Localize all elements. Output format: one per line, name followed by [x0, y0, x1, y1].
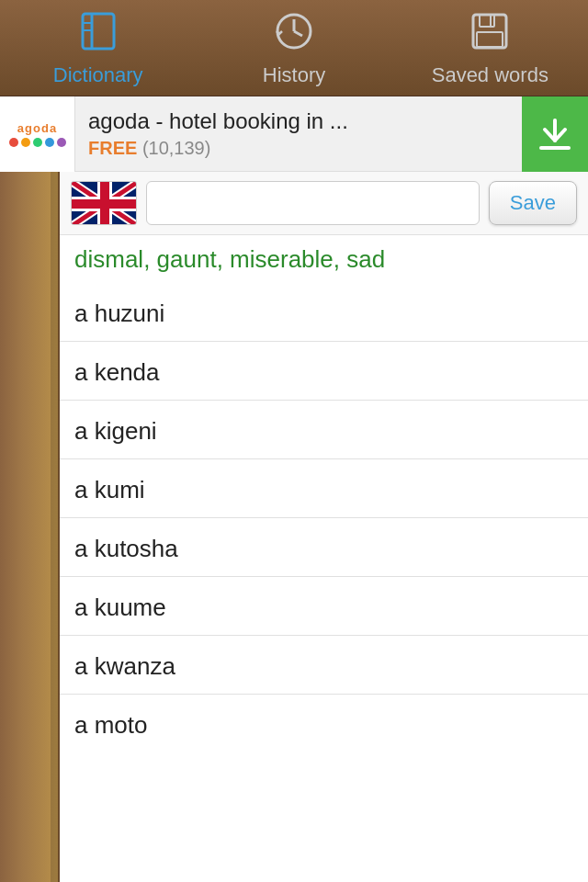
nav-saved-words[interactable]: Saved words [392, 0, 588, 96]
word-text: a kumi [74, 476, 145, 503]
word-text: a kigeni [74, 417, 157, 445]
sidebar [0, 172, 60, 882]
word-text: a moto [74, 711, 148, 739]
search-row: Save [60, 172, 588, 235]
ad-content: agoda - hotel booking in ... FREE (10,13… [75, 99, 522, 168]
list-item[interactable]: a kigeni [60, 401, 588, 459]
definition-text: dismal, gaunt, miserable, sad [60, 245, 385, 273]
list-item[interactable]: a kwanza [60, 636, 588, 695]
word-text: a kwanza [74, 652, 175, 680]
content-area: Save dismal, gaunt, miserable, sad a huz… [0, 172, 588, 882]
ad-banner[interactable]: agoda agoda - hotel booking in ... FREE … [0, 96, 588, 172]
word-list: a huzunia kendaa kigenia kumia kutoshaa … [60, 283, 588, 882]
word-text: a huzuni [74, 300, 164, 327]
nav-dictionary-label: Dictionary [53, 63, 143, 87]
ad-logo-dots [9, 138, 66, 147]
svg-rect-8 [480, 15, 494, 27]
ad-download-button[interactable] [522, 96, 588, 172]
floppy-icon [467, 8, 513, 58]
ad-title: agoda - hotel booking in ... [88, 108, 509, 134]
ad-rating: (10,139) [142, 138, 211, 158]
word-text: a kutosha [74, 535, 178, 562]
list-item[interactable]: a kumi [60, 459, 588, 518]
ad-logo: agoda [0, 96, 75, 172]
svg-rect-9 [477, 32, 503, 47]
list-item[interactable]: a huzuni [60, 283, 588, 342]
list-item[interactable]: a kuume [60, 577, 588, 636]
definition-area: dismal, gaunt, miserable, sad [60, 235, 588, 283]
nav-dictionary[interactable]: Dictionary [0, 0, 196, 96]
word-text: a kenda [74, 358, 160, 386]
search-input[interactable] [146, 181, 480, 225]
ad-subtitle: FREE (10,139) [88, 138, 509, 159]
nav-history[interactable]: History [196, 0, 391, 96]
nav-history-label: History [263, 63, 325, 87]
svg-rect-21 [72, 199, 137, 209]
nav-bar: Dictionary History Saved words [0, 0, 588, 96]
svg-line-6 [294, 31, 302, 36]
list-item[interactable]: a kutosha [60, 518, 588, 577]
list-item[interactable]: a kenda [60, 342, 588, 401]
word-text: a kuume [74, 594, 166, 621]
ad-free-label: FREE [88, 138, 137, 158]
nav-saved-words-label: Saved words [432, 63, 548, 87]
book-icon [75, 8, 121, 58]
download-icon [536, 115, 574, 153]
clock-icon [271, 8, 317, 58]
dictionary-panel: Save dismal, gaunt, miserable, sad a huz… [60, 172, 588, 882]
save-button[interactable]: Save [489, 181, 577, 225]
ad-logo-text: agoda [17, 121, 57, 135]
language-flag[interactable] [71, 181, 137, 225]
list-item[interactable]: a moto [60, 695, 588, 752]
